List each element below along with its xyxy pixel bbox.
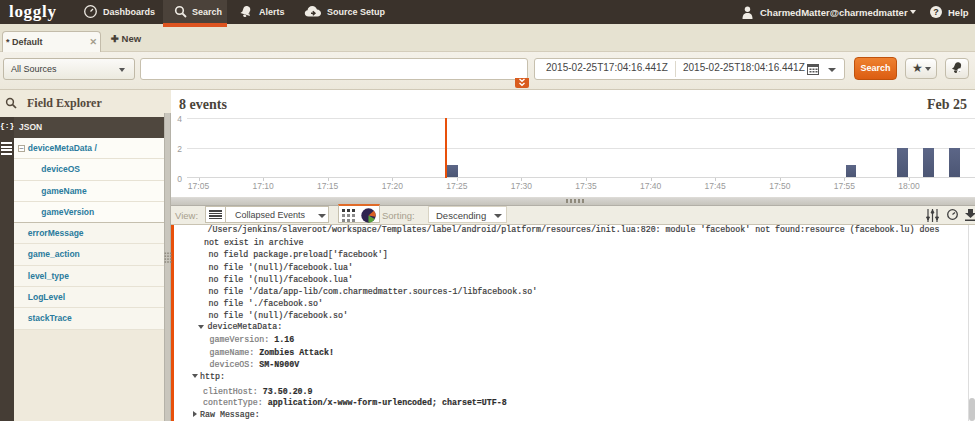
svg-text:?: ? xyxy=(933,7,939,17)
